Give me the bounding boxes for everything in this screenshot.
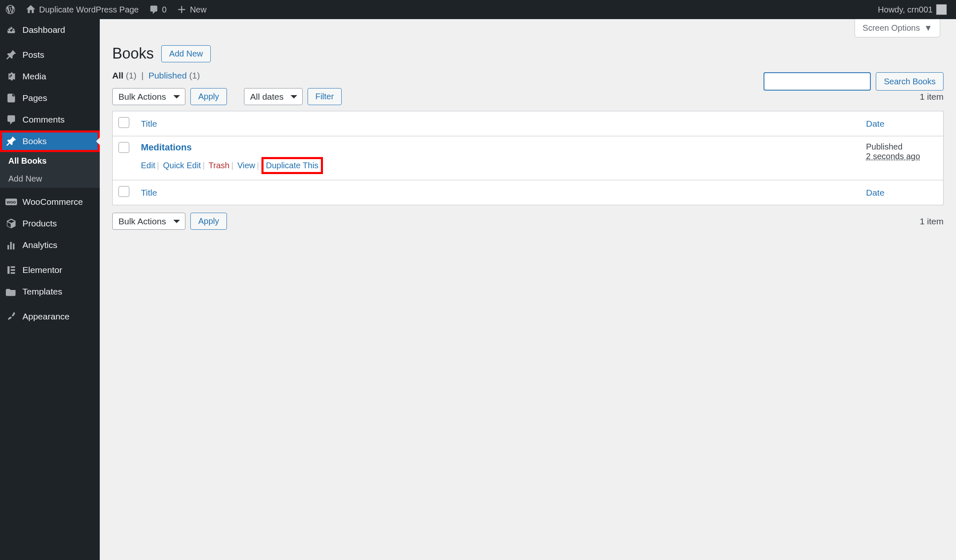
column-title[interactable]: Title — [141, 119, 157, 128]
item-count-bottom: 1 item — [920, 216, 944, 226]
sidebar-item-analytics[interactable]: Analytics — [0, 234, 100, 256]
sidebar-item-dashboard[interactable]: Dashboard — [0, 19, 100, 41]
dashboard-icon — [6, 25, 17, 35]
search-input[interactable] — [764, 72, 871, 91]
svg-rect-3 — [11, 272, 15, 274]
comments-link[interactable]: 0 — [144, 0, 172, 19]
column-date[interactable]: Date — [866, 119, 885, 128]
svg-rect-1 — [11, 266, 15, 268]
apply-button-bottom[interactable]: Apply — [190, 213, 227, 230]
new-label: New — [190, 5, 207, 15]
howdy-text: Howdy, crn001 — [878, 5, 933, 15]
admin-sidebar: Dashboard Posts Media Pages Comments Boo… — [0, 19, 100, 560]
pin-icon — [6, 49, 17, 60]
box-icon — [6, 218, 17, 229]
adminbar: Duplicate WordPress Page 0 New Howdy, cr… — [0, 0, 956, 19]
filter-published[interactable]: Published (1) — [148, 71, 200, 80]
comment-icon — [149, 5, 159, 15]
wp-logo-menu[interactable] — [0, 0, 21, 19]
wordpress-icon — [5, 4, 16, 15]
bars-icon — [6, 240, 17, 251]
sidebar-item-label: Products — [22, 219, 57, 228]
comment-icon — [6, 114, 17, 125]
post-timestamp: 2 seconds ago — [866, 152, 920, 161]
sidebar-item-label: Posts — [22, 50, 44, 60]
post-title-link[interactable]: Meditations — [141, 142, 192, 152]
woo-icon: woo — [6, 196, 17, 207]
sidebar-submenu-books: All Books Add New — [0, 152, 100, 188]
site-title: Duplicate WordPress Page — [39, 5, 139, 15]
sidebar-item-label: Comments — [22, 115, 65, 125]
sidebar-item-label: Pages — [22, 93, 47, 103]
sidebar-item-appearance[interactable]: Appearance — [0, 306, 100, 327]
comments-count: 0 — [162, 5, 167, 15]
my-account[interactable]: Howdy, crn001 — [873, 0, 952, 19]
table-row: Meditations Edit| Quick Edit| Trash| Vie… — [113, 136, 944, 180]
action-view[interactable]: View — [237, 161, 255, 170]
sidebar-item-woocommerce[interactable]: woo WooCommerce — [0, 191, 100, 213]
column-title-bottom[interactable]: Title — [141, 188, 157, 197]
media-icon — [6, 71, 17, 82]
column-date-bottom[interactable]: Date — [866, 188, 885, 197]
site-link[interactable]: Duplicate WordPress Page — [21, 0, 144, 19]
sidebar-item-books[interactable]: Books — [0, 130, 100, 152]
svg-rect-0 — [7, 266, 10, 274]
row-checkbox[interactable] — [118, 142, 129, 153]
submenu-item-all-books[interactable]: All Books — [0, 152, 100, 170]
select-all-checkbox[interactable] — [118, 117, 129, 128]
sidebar-item-label: WooCommerce — [22, 197, 83, 207]
date-filter-select[interactable]: All dates — [244, 88, 303, 105]
home-icon — [26, 5, 36, 15]
action-duplicate[interactable]: Duplicate This — [266, 161, 318, 170]
sidebar-item-label: Media — [22, 71, 46, 81]
sidebar-item-elementor[interactable]: Elementor — [0, 259, 100, 281]
item-count: 1 item — [920, 92, 944, 102]
filter-all[interactable]: All (1) — [112, 71, 136, 80]
submenu-item-add-new[interactable]: Add New — [0, 170, 100, 188]
avatar — [936, 4, 947, 15]
sidebar-item-label: Appearance — [22, 312, 69, 322]
sidebar-item-media[interactable]: Media — [0, 66, 100, 87]
posts-table: Title Date Meditations Edit| Quick Edit|… — [112, 111, 944, 205]
sidebar-item-products[interactable]: Products — [0, 213, 100, 234]
add-new-button[interactable]: Add New — [161, 45, 211, 62]
row-actions: Edit| Quick Edit| Trash| View| Duplicate… — [141, 157, 855, 174]
post-status: Published — [866, 142, 903, 151]
sidebar-item-label: Books — [22, 136, 47, 146]
sidebar-item-label: Elementor — [22, 265, 62, 275]
action-trash[interactable]: Trash — [209, 161, 229, 170]
pin-icon — [6, 136, 17, 147]
bulk-actions-select-bottom[interactable]: Bulk Actions — [112, 213, 185, 230]
apply-button[interactable]: Apply — [190, 88, 227, 105]
elementor-icon — [6, 265, 17, 275]
sidebar-item-posts[interactable]: Posts — [0, 44, 100, 66]
sidebar-item-label: Dashboard — [22, 25, 65, 35]
search-box: Search Books — [764, 72, 944, 91]
content-area: Screen Options ▼ Books Add New All (1) |… — [100, 19, 956, 560]
folder-icon — [6, 286, 17, 297]
screen-options-label: Screen Options — [862, 23, 920, 33]
new-content-link[interactable]: New — [172, 0, 212, 19]
page-title: Books — [112, 45, 154, 62]
select-all-checkbox-bottom[interactable] — [118, 186, 129, 197]
chevron-down-icon: ▼ — [924, 23, 932, 33]
sidebar-item-label: Analytics — [22, 240, 57, 250]
search-button[interactable]: Search Books — [876, 72, 944, 91]
action-edit[interactable]: Edit — [141, 161, 155, 170]
sidebar-item-pages[interactable]: Pages — [0, 87, 100, 109]
svg-rect-2 — [11, 269, 15, 271]
sidebar-item-templates[interactable]: Templates — [0, 281, 100, 302]
filter-button[interactable]: Filter — [308, 88, 342, 105]
bulk-actions-select[interactable]: Bulk Actions — [112, 88, 185, 105]
screen-options-toggle[interactable]: Screen Options ▼ — [855, 19, 940, 37]
plus-icon — [177, 5, 187, 15]
sidebar-item-label: Templates — [22, 287, 62, 297]
brush-icon — [6, 311, 17, 322]
pages-icon — [6, 93, 17, 103]
sidebar-item-comments[interactable]: Comments — [0, 109, 100, 130]
action-quick-edit[interactable]: Quick Edit — [163, 161, 201, 170]
